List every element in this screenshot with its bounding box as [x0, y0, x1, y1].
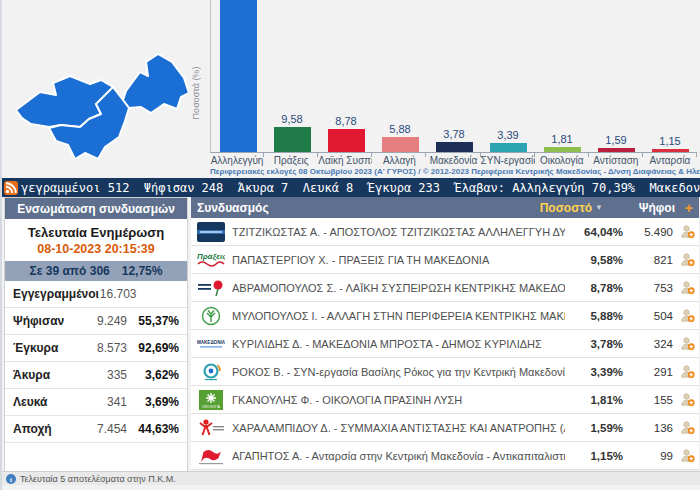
last-update-block: Τελευταία Ενημέρωση 08-10-2023 20:15:39	[5, 219, 187, 261]
party-row[interactable]: ΠράξειςΠΑΠΑΣΤΕΡΓΙΟΥ Χ. - ΠΡΑΞΕΙΣ ΓΙΑ ΤΗ …	[191, 246, 699, 274]
party-name: ΡΟΚΟΣ Β. - ΣΥΝ-εργασία Βασίλης Ρόκος για…	[232, 366, 565, 378]
summary-pct: 92,69%	[127, 341, 179, 355]
party-name: ΧΑΡΑΛΑΜΠΙΔΟΥ Δ. - ΣΥΜΜΑΧΙΑ ΑΝΤΙΣΤΑΣΗΣ ΚΑ…	[232, 422, 565, 434]
party-votes: 5.490	[623, 226, 673, 238]
central-macedonia-map-shape	[2, 0, 188, 178]
column-party: Συνδυασμός	[197, 201, 540, 215]
party-row[interactable]: ΟΙΚΟΛΟΓΙΑΓΚΑΝΟΥΛΗΣ Φ. - ΟΙΚΟΛΟΓΙΑ ΠΡΑΣΙΝ…	[191, 386, 699, 414]
party-pct: 3,78%	[565, 338, 623, 350]
chart-y-axis-label: Ποσοστά (%)	[191, 58, 201, 128]
party-row[interactable]: ΜΥΛΟΠΟΥΛΟΣ Ι. - ΑΛΛΑΓΗ ΣΤΗΝ ΠΕΡΙΦΕΡΕΙΑ Κ…	[191, 302, 699, 330]
expand-all-button[interactable]: +	[675, 200, 693, 216]
party-logo-laiki	[197, 278, 225, 298]
summary-row: Έγκυρα8.57392,69%	[5, 335, 187, 362]
party-votes: 155	[623, 394, 673, 406]
person-add-icon[interactable]	[673, 280, 695, 295]
summary-label: Λευκά	[13, 395, 81, 409]
summary-panel-header: Ενσωμάτωση συνδυασμών	[5, 198, 187, 219]
person-add-icon[interactable]	[673, 392, 695, 407]
summary-label: Εγγεγραμμένοι	[13, 287, 99, 301]
summary-pct: 55,37%	[127, 314, 179, 328]
party-pct: 8,78%	[565, 282, 623, 294]
person-add-icon[interactable]	[673, 224, 695, 239]
person-add-icon[interactable]	[673, 448, 695, 463]
party-logo-tzitzikostas	[197, 222, 225, 242]
sort-desc-icon: ▼	[595, 203, 603, 212]
party-votes: 291	[623, 366, 673, 378]
summary-row: Λευκά3413,69%	[5, 389, 187, 416]
x-tick-label: Ανταρσία	[643, 153, 697, 167]
summary-value: 9.249	[81, 314, 127, 328]
bar-slot	[211, 0, 265, 152]
rss-icon[interactable]	[4, 181, 18, 195]
summary-value: 7.454	[81, 422, 127, 436]
column-percent-sort[interactable]: Ποσοστό ▼	[540, 201, 603, 215]
main-section: Ενσωμάτωση συνδυασμών Τελευταία Ενημέρωσ…	[2, 197, 700, 472]
info-icon: i	[6, 474, 16, 484]
person-add-icon[interactable]	[673, 364, 695, 379]
results-table-header: Συνδυασμός Ποσοστό ▼ Ψήφοι +	[191, 197, 699, 218]
results-panel: Συνδυασμός Ποσοστό ▼ Ψήφοι + ΤΖΙΤΖΙΚΩΣΤΑ…	[191, 197, 699, 472]
svg-text:ΜΑΚΕΔΟΝΙΑ: ΜΑΚΕΔΟΝΙΑ	[197, 339, 225, 344]
party-row[interactable]: ΡΟΚΟΣ Β. - ΣΥΝ-εργασία Βασίλης Ρόκος για…	[191, 358, 699, 386]
bar-slot: 1,59	[589, 134, 643, 152]
svg-text:ΟΙΚΟΛΟΓΙΑ: ΟΙΚΟΛΟΓΙΑ	[202, 405, 221, 409]
party-row[interactable]: ΑΓΑΠΗΤΟΣ Α. - Ανταρσία στην Κεντρική Μακ…	[191, 442, 699, 470]
column-votes[interactable]: Ψήφοι	[603, 201, 675, 215]
party-row[interactable]: ΑΒΡΑΜΟΠΟΥΛΟΣ Σ. - ΛΑΪΚΗ ΣΥΣΠΕΙΡΩΣΗ ΚΕΝΤΡ…	[191, 274, 699, 302]
party-pct: 3,39%	[565, 366, 623, 378]
x-tick-label: Πράξεις	[264, 153, 318, 167]
x-tick-label: Οικολογία	[535, 153, 589, 167]
party-votes: 99	[623, 450, 673, 462]
column-percent-label: Ποσοστό	[540, 201, 592, 215]
x-tick-label: Αντίσταση	[589, 153, 643, 167]
party-row[interactable]: ΜΑΚΕΔΟΝΙΑΚΥΡΙΛΙΔΗΣ Δ. - ΜΑΚΕΔΟΝΙΑ ΜΠΡΟΣΤ…	[191, 330, 699, 358]
bar-value-label: 5,88	[389, 123, 410, 135]
bar-value-label: 1,81	[551, 133, 572, 145]
bar-slot: 9,58	[265, 113, 319, 152]
party-row[interactable]: ΤΖΙΤΖΙΚΩΣΤΑΣ Α. - ΑΠΟΣΤΟΛΟΣ ΤΖΙΤΖΙΚΩΣΤΑΣ…	[191, 218, 699, 246]
bar-value-label: 1,15	[659, 135, 680, 147]
summary-label: Αποχή	[13, 422, 81, 436]
party-logo-syn-ergasia	[197, 362, 225, 382]
party-votes: 753	[623, 282, 673, 294]
party-votes: 504	[623, 310, 673, 322]
bar-value-label: 3,39	[497, 129, 518, 141]
svg-text:Πράξεις: Πράξεις	[197, 252, 225, 261]
bar	[598, 148, 635, 152]
bar	[544, 147, 581, 152]
bar	[220, 0, 257, 152]
party-votes: 821	[623, 254, 673, 266]
bar-slot: 1,81	[535, 133, 589, 152]
summary-row: Αποχή7.45444,63%	[5, 416, 187, 443]
person-add-icon[interactable]	[673, 308, 695, 323]
x-tick-label: Μακεδονία	[426, 153, 480, 167]
summary-value: 16.703	[99, 287, 137, 301]
summary-pct: 3,62%	[127, 368, 179, 382]
x-tick-label: Αλλαγή	[372, 153, 426, 167]
bar-slot: 1,15	[643, 135, 697, 152]
bar-value-label: 8,78	[335, 115, 356, 127]
region-map[interactable]	[2, 0, 188, 178]
integration-progress: Σε 39 από 306 12,75%	[5, 261, 187, 281]
person-add-icon[interactable]	[673, 252, 695, 267]
summary-value: 8.573	[81, 341, 127, 355]
party-logo-symmaxia	[197, 418, 225, 438]
party-name: ΤΖΙΤΖΙΚΩΣΤΑΣ Α. - ΑΠΟΣΤΟΛΟΣ ΤΖΙΤΖΙΚΩΣΤΑΣ…	[232, 226, 565, 238]
bar	[490, 143, 527, 152]
summary-pct: 44,63%	[127, 422, 179, 436]
party-name: ΓΚΑΝΟΥΛΗΣ Φ. - ΟΙΚΟΛΟΓΙΑ ΠΡΑΣΙΝΗ ΛΥΣΗ	[232, 394, 565, 406]
x-tick-label: Αλληλεγγύη	[210, 153, 264, 167]
person-add-icon[interactable]	[673, 420, 695, 435]
summary-pct: 3,69%	[127, 395, 179, 409]
party-pct: 1,81%	[565, 394, 623, 406]
party-logo-allagi	[197, 306, 225, 326]
results-bar-chart: Ποσοστά (%) 9,588,785,883,783,391,811,59…	[188, 0, 700, 178]
person-add-icon[interactable]	[673, 336, 695, 351]
party-row[interactable]: ΧΑΡΑΛΑΜΠΙΔΟΥ Δ. - ΣΥΜΜΑΧΙΑ ΑΝΤΙΣΤΑΣΗΣ ΚΑ…	[191, 414, 699, 442]
bar-slot: 3,78	[427, 128, 481, 152]
election-results-page: Ποσοστά (%) 9,588,785,883,783,391,811,59…	[0, 0, 700, 490]
last-update-label: Τελευταία Ενημέρωση	[5, 225, 187, 240]
bar-slot: 3,39	[481, 129, 535, 152]
progress-percent: 12,75%	[122, 264, 163, 278]
